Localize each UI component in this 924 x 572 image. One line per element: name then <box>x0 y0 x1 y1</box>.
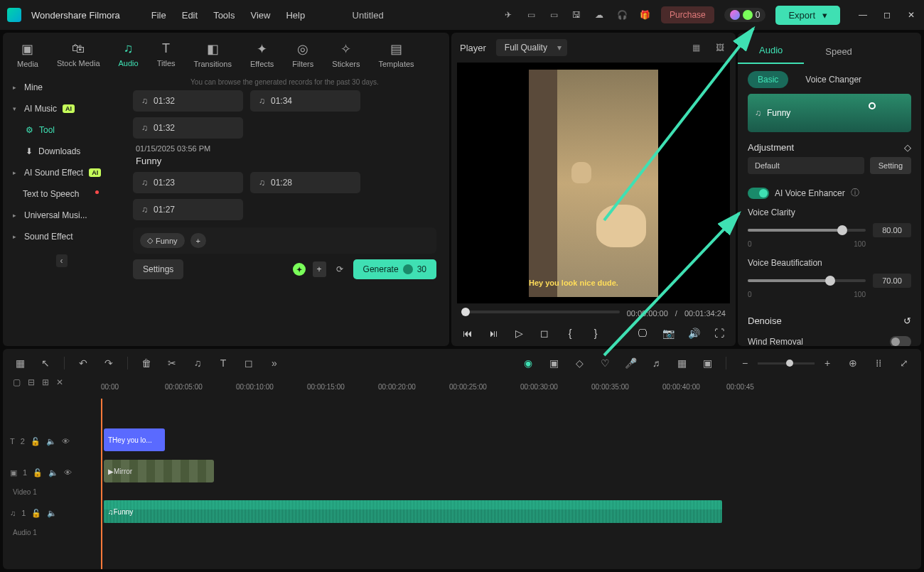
sidebar-item-tool[interactable]: ⚙Tool <box>3 119 120 141</box>
prev-frame-button[interactable]: ⏮ <box>461 328 474 339</box>
screen-button[interactable]: 🖵 <box>636 328 649 339</box>
audio-waveform-card[interactable]: ♫ Funny <box>748 94 911 132</box>
tag-funny[interactable]: ◇Funny <box>140 233 185 248</box>
audio-clip[interactable]: ♫01:32 <box>133 117 243 139</box>
eye-icon[interactable]: 👁 <box>62 437 70 446</box>
marker-tool-icon[interactable]: ◇ <box>572 357 586 369</box>
menu-edit[interactable]: Edit <box>182 10 198 21</box>
sidebar-item-sound-effect[interactable]: ▸Sound Effect <box>3 226 120 247</box>
text-clip[interactable]: T Hey you lo... <box>104 428 165 451</box>
sidebar-item-text-to-speech[interactable]: Text to Speech <box>3 183 120 205</box>
mute-icon[interactable]: 🔈 <box>46 437 56 446</box>
add-token-button[interactable]: + <box>313 261 326 277</box>
inspector-tab-audio[interactable]: Audio <box>738 38 804 64</box>
save-icon[interactable]: 🖫 <box>570 9 583 21</box>
minimize-icon[interactable]: — <box>857 9 869 21</box>
lock-icon[interactable]: 🔓 <box>33 468 43 477</box>
tab-effects[interactable]: ✦Effects <box>243 38 281 74</box>
menu-file[interactable]: File <box>151 10 166 21</box>
timeline-ruler[interactable]: 00:00 00:00:05:00 00:00:10:00 00:00:15:0… <box>101 377 921 399</box>
sidebar-item-universal-music[interactable]: ▸Universal Musi... <box>3 205 120 226</box>
audio-clip[interactable]: ♫01:28 <box>250 172 360 193</box>
tab-filters[interactable]: ◎Filters <box>285 38 321 74</box>
record-icon[interactable]: ▣ <box>547 357 561 369</box>
zoom-out-button[interactable]: − <box>738 357 752 369</box>
preview-area[interactable]: Hey you look nice dude. <box>457 63 730 303</box>
menu-tools[interactable]: Tools <box>213 10 235 21</box>
snap2-icon[interactable]: ⊟ <box>28 377 35 387</box>
audio-clip[interactable]: ♫01:32 <box>133 90 243 112</box>
delete-button[interactable]: 🗑 <box>139 357 154 369</box>
timeline-view-icon[interactable]: ⁞⁞ <box>871 357 886 369</box>
sidebar-item-mine[interactable]: ▸Mine <box>3 77 120 98</box>
add-tag-button[interactable]: + <box>190 233 206 248</box>
inspector-tab-speed[interactable]: Speed <box>804 39 874 64</box>
grid-view-icon[interactable]: ▦ <box>689 40 703 55</box>
credits-pill[interactable]: 0 <box>724 8 766 22</box>
audio-clip[interactable]: ♫01:27 <box>133 199 243 220</box>
fit-zoom-button[interactable]: ⊕ <box>846 357 860 369</box>
settings-button[interactable]: Settings <box>133 259 183 279</box>
shield-tool-icon[interactable]: ♡ <box>598 357 612 369</box>
fullscreen-button[interactable]: ⛶ <box>713 328 726 339</box>
layout1-icon[interactable]: ▭ <box>525 9 537 21</box>
subtab-voice-changer[interactable]: Voice Changer <box>795 71 871 88</box>
volume-button[interactable]: 🔊 <box>687 328 700 339</box>
render-tool-icon[interactable]: ▦ <box>675 357 689 369</box>
zoom-slider[interactable] <box>758 362 815 365</box>
mute-icon[interactable]: 🔈 <box>48 468 58 477</box>
cut-button[interactable]: ✂ <box>165 357 179 369</box>
export-button[interactable]: Export ▾ <box>775 6 840 25</box>
sidebar-item-downloads[interactable]: ⬇Downloads <box>3 141 120 162</box>
maximize-icon[interactable]: ◻ <box>881 9 893 21</box>
layout2-icon[interactable]: ▭ <box>547 9 560 21</box>
waveform-marker[interactable] <box>869 102 876 109</box>
zoom-in-button[interactable]: + <box>820 357 834 369</box>
snapshot-button[interactable]: 📷 <box>662 328 675 339</box>
ai-voice-enhancer-toggle[interactable] <box>748 188 769 199</box>
preset-dropdown[interactable]: Default <box>748 157 864 174</box>
mic-tool-icon[interactable]: 🎤 <box>623 357 638 369</box>
voice-beaut-slider[interactable] <box>748 279 866 282</box>
group-tool-icon[interactable]: ▣ <box>700 357 714 369</box>
redo-button[interactable]: ↷ <box>102 357 116 369</box>
ai-tool-icon[interactable]: ◉ <box>521 357 535 369</box>
generate-button[interactable]: Generate30 <box>353 259 436 279</box>
info-icon[interactable]: ⓘ <box>851 187 859 199</box>
send-icon[interactable]: ✈ <box>502 9 515 21</box>
tab-titles[interactable]: TTitles <box>150 38 183 74</box>
tool-pointer-icon[interactable]: ↖ <box>38 357 53 369</box>
undo-button[interactable]: ↶ <box>76 357 90 369</box>
picture-view-icon[interactable]: 🖼 <box>713 40 727 55</box>
tool-select-icon[interactable]: ▦ <box>13 357 27 369</box>
audio-clip[interactable]: ♫01:34 <box>250 90 360 112</box>
mark-out-button[interactable]: } <box>589 328 602 339</box>
mark-in-button[interactable]: { <box>564 328 576 339</box>
lock-icon[interactable]: 🔓 <box>31 437 41 446</box>
lock-icon[interactable]: 🔓 <box>31 509 41 518</box>
voice-beaut-value[interactable]: 70.00 <box>873 274 911 288</box>
tab-audio[interactable]: ♫Audio <box>112 38 146 74</box>
wind-removal-toggle[interactable] <box>890 336 911 346</box>
cloud-icon[interactable]: ☁ <box>593 9 606 21</box>
mute-icon[interactable]: 🔈 <box>47 509 57 518</box>
subtab-basic[interactable]: Basic <box>748 71 788 88</box>
purchase-button[interactable]: Purchase <box>661 6 714 23</box>
scrub-track[interactable] <box>461 311 620 313</box>
snap1-icon[interactable]: ▢ <box>13 377 21 387</box>
quality-dropdown[interactable]: Full Quality <box>496 39 567 56</box>
gift-icon[interactable]: 🎁 <box>638 9 651 21</box>
play-button[interactable]: ▷ <box>512 328 525 339</box>
keyframe-icon[interactable]: ◇ <box>904 142 911 153</box>
audio-clip[interactable]: ♫01:23 <box>133 172 243 193</box>
audio-clip-timeline[interactable]: ♫ Funny <box>104 500 722 523</box>
collapse-sidebar-button[interactable]: ‹ <box>56 254 68 267</box>
tab-templates[interactable]: ▤Templates <box>371 38 421 74</box>
snap4-icon[interactable]: ✕ <box>56 377 63 387</box>
reset-denoise-icon[interactable]: ↺ <box>903 315 911 326</box>
sidebar-item-ai-sound-effect[interactable]: ▸AI Sound EffectAI <box>3 162 120 183</box>
snap3-icon[interactable]: ⊞ <box>42 377 49 387</box>
voice-clarity-slider[interactable] <box>748 229 866 232</box>
tab-stickers[interactable]: ✧Stickers <box>325 38 367 74</box>
play-pause-button[interactable]: ⏯ <box>487 328 500 339</box>
